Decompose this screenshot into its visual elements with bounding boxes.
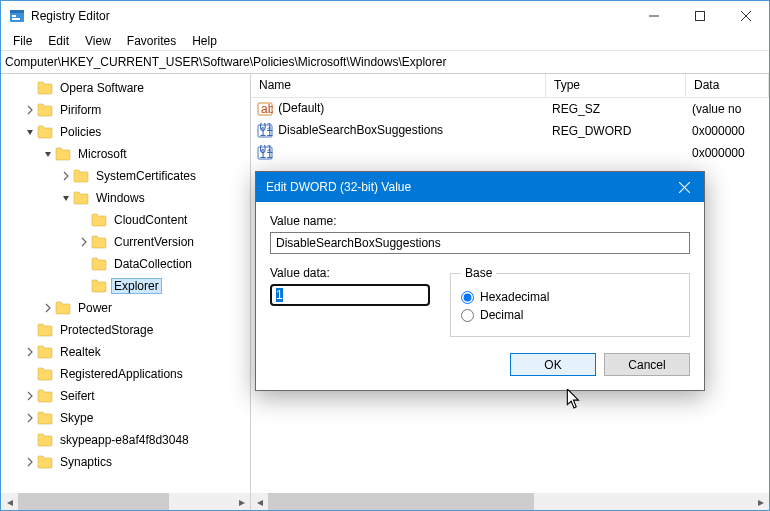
scroll-right-icon[interactable]: ▸ — [752, 493, 769, 510]
col-header-type[interactable]: Type — [546, 74, 686, 97]
tree-item[interactable]: Explorer — [1, 275, 250, 297]
list-header: Name Type Data — [251, 74, 769, 98]
cell-type: REG_DWORD — [546, 124, 686, 138]
binary-value-icon: 011110 — [257, 145, 273, 161]
twisty-empty — [77, 213, 91, 227]
tree-item[interactable]: CurrentVersion — [1, 231, 250, 253]
tree-item[interactable]: DataCollection — [1, 253, 250, 275]
address-path[interactable]: Computer\HKEY_CURRENT_USER\Software\Poli… — [1, 53, 769, 71]
list-body[interactable]: ab (Default)REG_SZ(value no011110 Disabl… — [251, 98, 769, 164]
tree-item[interactable]: Seifert — [1, 385, 250, 407]
tree-item[interactable]: Skype — [1, 407, 250, 429]
cell-type: REG_SZ — [546, 102, 686, 116]
svg-rect-2 — [12, 15, 16, 17]
titlebar: Registry Editor — [1, 1, 769, 31]
binary-value-icon: 011110 — [257, 123, 273, 139]
app-icon — [9, 8, 25, 24]
tree-item[interactable]: Windows — [1, 187, 250, 209]
value-name-label: Value name: — [270, 214, 690, 228]
chevron-down-icon[interactable] — [41, 147, 55, 161]
tree-item-label: Windows — [93, 190, 148, 206]
tree-item-label: RegisteredApplications — [57, 366, 186, 382]
bottom-scrollbars: ◂ ▸ ◂ ▸ — [1, 493, 769, 510]
svg-rect-3 — [12, 18, 20, 20]
tree-item-label: Realtek — [57, 344, 104, 360]
cell-name: 011110 — [251, 145, 546, 161]
dialog-close-button[interactable] — [664, 172, 704, 202]
twisty-empty — [77, 257, 91, 271]
value-data-label: Value data: — [270, 266, 430, 280]
cancel-button[interactable]: Cancel — [604, 353, 690, 376]
edit-value-dialog: Edit DWORD (32-bit) Value Value name: Va… — [255, 171, 705, 391]
maximize-button[interactable] — [677, 1, 723, 31]
list-row[interactable]: 011110 0x000000 — [251, 142, 769, 164]
chevron-right-icon[interactable] — [59, 169, 73, 183]
chevron-right-icon[interactable] — [23, 345, 37, 359]
chevron-right-icon[interactable] — [23, 103, 37, 117]
window-title: Registry Editor — [31, 9, 110, 23]
list-row[interactable]: ab (Default)REG_SZ(value no — [251, 98, 769, 120]
chevron-down-icon[interactable] — [59, 191, 73, 205]
menu-favorites[interactable]: Favorites — [119, 32, 184, 50]
tree-item[interactable]: Opera Software — [1, 77, 250, 99]
chevron-right-icon[interactable] — [23, 389, 37, 403]
value-name-input[interactable] — [270, 232, 690, 254]
chevron-right-icon[interactable] — [41, 301, 55, 315]
tree-item[interactable]: Realtek — [1, 341, 250, 363]
tree-item[interactable]: Piriform — [1, 99, 250, 121]
ok-button[interactable]: OK — [510, 353, 596, 376]
cell-data: 0x000000 — [686, 146, 769, 160]
tree-item[interactable]: RegisteredApplications — [1, 363, 250, 385]
tree-item-label: Synaptics — [57, 454, 115, 470]
chevron-right-icon[interactable] — [77, 235, 91, 249]
close-button[interactable] — [723, 1, 769, 31]
svg-rect-1 — [10, 10, 24, 13]
radio-hex-label: Hexadecimal — [480, 290, 549, 304]
radio-hexadecimal[interactable] — [461, 291, 474, 304]
dialog-titlebar[interactable]: Edit DWORD (32-bit) Value — [256, 172, 704, 202]
menu-view[interactable]: View — [77, 32, 119, 50]
scroll-left-icon[interactable]: ◂ — [1, 493, 18, 510]
minimize-button[interactable] — [631, 1, 677, 31]
scroll-left-icon[interactable]: ◂ — [251, 493, 268, 510]
cell-data: 0x000000 — [686, 124, 769, 138]
chevron-right-icon[interactable] — [23, 455, 37, 469]
tree-item[interactable]: Microsoft — [1, 143, 250, 165]
radio-decimal[interactable] — [461, 309, 474, 322]
base-fieldset: Base Hexadecimal Decimal — [450, 266, 690, 337]
menubar: File Edit View Favorites Help — [1, 31, 769, 51]
svg-rect-5 — [696, 12, 705, 21]
address-bar: Computer\HKEY_CURRENT_USER\Software\Poli… — [1, 51, 769, 73]
dialog-title: Edit DWORD (32-bit) Value — [266, 180, 664, 194]
tree-item-label: Opera Software — [57, 80, 147, 96]
tree-hscroll[interactable]: ◂ ▸ — [1, 493, 250, 510]
scroll-right-icon[interactable]: ▸ — [233, 493, 250, 510]
value-data-input[interactable] — [270, 284, 430, 306]
menu-edit[interactable]: Edit — [40, 32, 77, 50]
col-header-name[interactable]: Name — [251, 74, 546, 97]
tree-item[interactable]: ProtectedStorage — [1, 319, 250, 341]
tree-item-label: Seifert — [57, 388, 98, 404]
twisty-empty — [23, 81, 37, 95]
list-hscroll[interactable]: ◂ ▸ — [251, 493, 769, 510]
chevron-right-icon[interactable] — [23, 411, 37, 425]
twisty-empty — [23, 433, 37, 447]
registry-tree[interactable]: Opera SoftwarePiriformPoliciesMicrosoftS… — [1, 77, 250, 473]
twisty-empty — [23, 323, 37, 337]
chevron-down-icon[interactable] — [23, 125, 37, 139]
radio-dec-label: Decimal — [480, 308, 523, 322]
tree-item[interactable]: SystemCertificates — [1, 165, 250, 187]
col-header-data[interactable]: Data — [686, 74, 769, 97]
tree-item[interactable]: skypeapp-e8af4f8d3048 — [1, 429, 250, 451]
tree-item-label: Piriform — [57, 102, 104, 118]
tree-item-label: Skype — [57, 410, 96, 426]
list-row[interactable]: 011110 DisableSearchBoxSuggestionsREG_DW… — [251, 120, 769, 142]
tree-item[interactable]: Synaptics — [1, 451, 250, 473]
tree-item-label: Explorer — [111, 278, 162, 294]
tree-item[interactable]: Power — [1, 297, 250, 319]
menu-help[interactable]: Help — [184, 32, 225, 50]
menu-file[interactable]: File — [5, 32, 40, 50]
tree-item[interactable]: Policies — [1, 121, 250, 143]
tree-item[interactable]: CloudContent — [1, 209, 250, 231]
svg-text:110: 110 — [260, 125, 274, 139]
